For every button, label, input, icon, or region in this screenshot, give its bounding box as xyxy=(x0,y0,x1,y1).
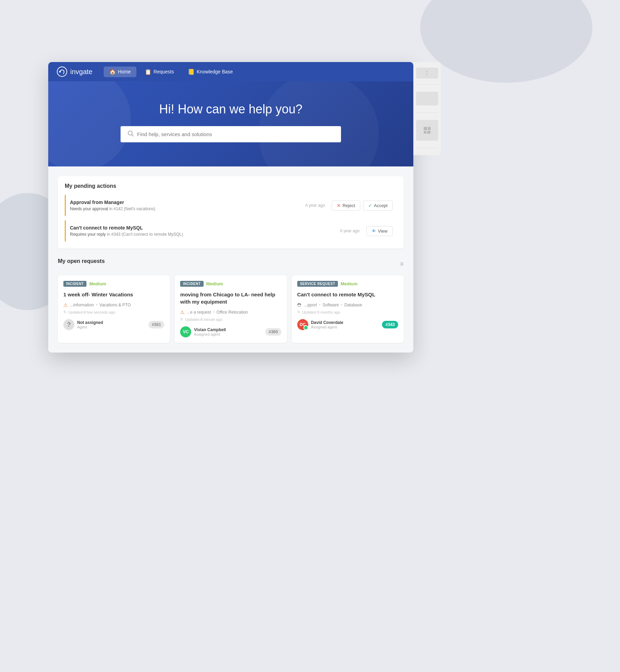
svg-line-3 xyxy=(132,135,133,136)
svg-rect-6 xyxy=(424,131,426,134)
svg-rect-4 xyxy=(424,127,427,130)
action-time-approval: A year ago xyxy=(305,203,325,208)
tag-priority-vacations: Medium xyxy=(89,281,106,286)
open-requests-title: My open requests xyxy=(58,258,105,264)
avatar-vacations: ? xyxy=(63,319,74,330)
right-panel-divider-2 xyxy=(416,112,438,113)
action-content-approval: Approval from Manager Needs your approva… xyxy=(70,200,305,211)
card-updated-mysql: ↻ Updated 8 months ago xyxy=(297,310,398,314)
panel-icon xyxy=(422,125,432,135)
agent-name-vacations: Not assigned xyxy=(77,320,103,325)
meta-category-vacations: Vacations & PTO xyxy=(100,303,131,307)
tag-incident-vacations: INCIDENT xyxy=(63,281,86,287)
nav-home-label: Home xyxy=(118,69,131,74)
action-rest-mysql: in #343 (Can't connect to remote MySQL) xyxy=(107,232,183,237)
action-label-approval: Needs your approval xyxy=(70,206,108,211)
nav-requests-label: Requests xyxy=(154,69,174,74)
action-time-mysql: A year ago xyxy=(340,228,360,233)
action-item-mysql: Can't connect to remote MySQL Requires y… xyxy=(65,220,397,242)
ticket-number-mysql: #343 xyxy=(382,321,398,328)
logo-icon xyxy=(56,66,68,77)
x-icon: ✕ xyxy=(337,203,341,208)
tag-service-mysql: SERVICE REQUEST xyxy=(297,281,338,287)
search-input[interactable] xyxy=(137,131,334,137)
hero-section: Hi! How can we help you? xyxy=(48,81,413,166)
action-subtitle-approval: Needs your approval in #142 (Neil's vaca… xyxy=(70,206,305,211)
reject-label: Reject xyxy=(342,203,355,208)
action-rest-approval: in #142 (Neil's vacations) xyxy=(109,206,155,211)
agent-role-chicago: Assigned agent xyxy=(194,332,226,336)
open-requests-header: My open requests ≡ xyxy=(58,258,404,270)
card-meta-mysql: ⛑ ...pport • Software • Database xyxy=(297,302,398,308)
avatar-chicago: VC xyxy=(180,326,191,337)
refresh-icon-mysql: ↻ xyxy=(297,310,300,314)
right-panel-block-2 xyxy=(416,92,438,105)
right-panel: ⋮ xyxy=(413,62,441,155)
eye-icon: 👁 xyxy=(372,228,376,234)
main-window: invgate 🏠 Home 📋 Requests 📒 Knowledge Ba… xyxy=(48,62,413,353)
updated-text-vacations: Updated A few seconds ago xyxy=(68,310,115,314)
nav-requests[interactable]: 📋 Requests xyxy=(139,67,179,77)
agent-details-vacations: Not assigned Agent xyxy=(77,320,103,329)
support-icon-mysql: ⛑ xyxy=(297,302,302,308)
card-meta-vacations: ⚠ ...information • Vacations & PTO xyxy=(63,302,164,308)
list-view-icon[interactable]: ≡ xyxy=(400,261,404,268)
warning-icon-chicago: ⚠ xyxy=(180,309,185,315)
tag-priority-chicago: Medium xyxy=(206,281,223,286)
view-button[interactable]: 👁 View xyxy=(366,226,393,236)
card-title-vacations: 1 week off- Winter Vacations xyxy=(63,291,164,298)
request-cards-grid: INCIDENT Medium 1 week off- Winter Vacat… xyxy=(58,275,404,343)
card-tags-chicago: INCIDENT Medium xyxy=(180,281,281,287)
card-updated-chicago: ↻ Updated A minute ago xyxy=(180,317,281,322)
right-panel-block-1: ⋮ xyxy=(416,68,438,79)
agent-role-vacations: Agent xyxy=(77,325,103,329)
agent-info-vacations: ? Not assigned Agent xyxy=(63,319,103,330)
pending-actions-section: My pending actions Approval from Manager… xyxy=(58,176,404,248)
card-footer-vacations: ? Not assigned Agent #361 xyxy=(63,319,164,330)
knowledge-base-icon: 📒 xyxy=(188,69,195,75)
online-indicator xyxy=(305,327,309,330)
svg-point-0 xyxy=(57,67,67,77)
reject-button[interactable]: ✕ Reject xyxy=(332,201,360,211)
agent-name-mysql: David Coverdale xyxy=(311,320,343,325)
card-updated-vacations: ↻ Updated A few seconds ago xyxy=(63,310,164,314)
card-tags-mysql: SERVICE REQUEST Medium xyxy=(297,281,398,287)
card-footer-chicago: VC Vivian Campbell Assigned agent #360 xyxy=(180,326,281,337)
right-panel-block-3 xyxy=(416,120,438,141)
updated-text-mysql: Updated 8 months ago xyxy=(302,310,340,314)
avatar-mysql: DC xyxy=(297,319,308,330)
accept-button[interactable]: ✓ Accept xyxy=(363,201,393,211)
action-label-mysql: Requires your reply xyxy=(70,232,106,237)
action-buttons-approval: ✕ Reject ✓ Accept xyxy=(332,201,393,211)
card-footer-mysql: DC David Coverdale Assigned agent #343 xyxy=(297,319,398,330)
navbar: invgate 🏠 Home 📋 Requests 📒 Knowledge Ba… xyxy=(48,62,413,81)
pending-actions-title: My pending actions xyxy=(65,183,397,189)
agent-details-mysql: David Coverdale Assigned agent xyxy=(311,320,343,329)
action-title-mysql: Can't connect to remote MySQL xyxy=(70,225,340,231)
agent-info-chicago: VC Vivian Campbell Assigned agent xyxy=(180,326,226,337)
open-requests-section: My open requests ≡ INCIDENT Medium 1 wee… xyxy=(58,258,404,343)
nav-home[interactable]: 🏠 Home xyxy=(104,67,136,77)
accept-label: Accept xyxy=(374,203,388,208)
request-card-vacations: INCIDENT Medium 1 week off- Winter Vacat… xyxy=(58,275,170,343)
card-tags-vacations: INCIDENT Medium xyxy=(63,281,164,287)
logo-text: invgate xyxy=(70,68,93,76)
meta-category-chicago: Office Relocation xyxy=(217,310,248,315)
refresh-icon-vacations: ↻ xyxy=(63,310,66,314)
agent-info-mysql: DC David Coverdale Assigned agent xyxy=(297,319,343,330)
logo[interactable]: invgate xyxy=(56,66,93,77)
meta-text-chicago: ...e a request xyxy=(187,310,211,315)
card-title-mysql: Can't connect to remote MySQL xyxy=(297,291,398,298)
meta-extra-mysql: Database xyxy=(344,303,362,307)
tag-incident-chicago: INCIDENT xyxy=(180,281,203,287)
agent-details-chicago: Vivian Campbell Assigned agent xyxy=(194,327,226,336)
request-card-mysql: SERVICE REQUEST Medium Can't connect to … xyxy=(292,275,404,343)
search-icon xyxy=(127,130,134,138)
svg-rect-7 xyxy=(427,131,431,134)
nav-knowledge-base-label: Knowledge Base xyxy=(197,69,233,74)
updated-text-chicago: Updated A minute ago xyxy=(185,317,222,322)
nav-knowledge-base[interactable]: 📒 Knowledge Base xyxy=(182,67,238,77)
check-icon: ✓ xyxy=(368,203,372,208)
card-meta-chicago: ⚠ ...e a request • Office Relocation xyxy=(180,309,281,315)
warning-icon-vacations: ⚠ xyxy=(63,302,68,308)
